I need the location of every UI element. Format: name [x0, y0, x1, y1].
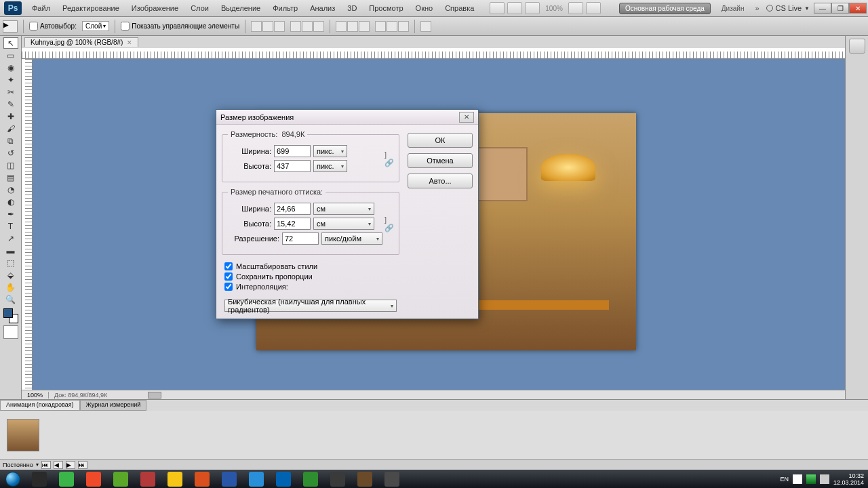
taskbar-app-6[interactable] — [189, 471, 216, 487]
extras-icon[interactable] — [586, 2, 601, 14]
doc-height-unit[interactable]: см — [313, 218, 374, 230]
ruler-horizontal[interactable] — [22, 48, 845, 59]
marquee-tool-icon[interactable]: ▭ — [3, 49, 18, 61]
tray-network-icon[interactable] — [806, 474, 816, 484]
tray-flag-icon[interactable] — [793, 474, 802, 484]
panel-icon[interactable] — [849, 39, 865, 54]
taskbar-app-3[interactable] — [107, 471, 134, 487]
tab-animation[interactable]: Анимация (покадровая) — [0, 400, 80, 411]
dist-left-icon[interactable] — [375, 21, 386, 32]
current-tool-icon[interactable]: ▶ — [3, 20, 18, 33]
move-tool-icon[interactable]: ↖ — [3, 37, 18, 49]
auto-select-check[interactable]: Автовыбор: — [29, 22, 77, 30]
play-icon[interactable]: ▶ — [66, 461, 75, 469]
loop-mode[interactable]: Постоянно — [3, 462, 33, 468]
auto-select-target[interactable]: Слой▾ — [82, 21, 109, 31]
gradient-tool-icon[interactable]: ▤ — [3, 171, 18, 183]
show-transform-check[interactable]: Показать управляющие элементы — [121, 22, 239, 30]
document-tab[interactable]: Kuhnya.jpg @ 100% (RGB/8#) ✕ — [24, 37, 138, 47]
first-frame-icon[interactable]: ⏮ — [41, 461, 51, 469]
prev-frame-icon[interactable]: ◀ — [54, 461, 63, 469]
menu-Слои[interactable]: Слои — [184, 0, 215, 16]
heal-tool-icon[interactable]: ✚ — [3, 110, 18, 122]
align-top-icon[interactable] — [251, 21, 262, 32]
menu-Изображение[interactable]: Изображение — [125, 0, 184, 16]
cancel-button[interactable]: Отмена — [408, 153, 473, 168]
next-frame-icon[interactable]: ⏭ — [78, 461, 87, 469]
close-button[interactable]: ✕ — [849, 3, 867, 14]
menu-3D[interactable]: 3D — [341, 0, 363, 16]
tab-measurement-log[interactable]: Журнал измерений — [80, 400, 147, 411]
dist-bottom-icon[interactable] — [359, 21, 370, 32]
lang-indicator[interactable]: EN — [780, 476, 789, 483]
cslive-button[interactable]: CS Live ▼ — [766, 4, 810, 12]
dialog-titlebar[interactable]: Размер изображения ✕ — [216, 110, 478, 125]
align-right-icon[interactable] — [313, 21, 324, 32]
type-tool-icon[interactable]: T — [3, 220, 18, 232]
taskbar-app-1[interactable] — [53, 471, 80, 487]
dist-right-icon[interactable] — [398, 21, 409, 32]
dist-top-icon[interactable] — [336, 21, 347, 32]
tray-volume-icon[interactable] — [820, 474, 829, 484]
menu-Редактирование[interactable]: Редактирование — [56, 0, 125, 16]
taskbar-app-11[interactable] — [324, 471, 351, 487]
constrain-check[interactable] — [224, 272, 233, 281]
taskbar-app-0[interactable] — [26, 471, 53, 487]
pixel-height-unit[interactable]: пикс. — [313, 160, 347, 172]
pixel-width-input[interactable] — [274, 145, 311, 157]
taskbar-app-13[interactable] — [378, 471, 406, 487]
screen-mode-icon[interactable] — [525, 2, 540, 14]
minimize-button[interactable]: — — [814, 3, 831, 14]
hand-tool-icon[interactable]: ✋ — [3, 281, 18, 293]
menu-Анализ[interactable]: Анализ — [304, 0, 341, 16]
ruler-vertical[interactable] — [22, 59, 33, 390]
stamp-tool-icon[interactable]: ⧉ — [3, 135, 18, 146]
scale-styles-check[interactable] — [224, 262, 233, 270]
3d-cam-icon[interactable]: ⬙ — [3, 269, 18, 281]
doc-width-input[interactable] — [274, 203, 311, 215]
menu-Фильтр[interactable]: Фильтр — [267, 0, 304, 16]
workspace-more-icon[interactable]: » — [752, 4, 762, 12]
menu-Файл[interactable]: Файл — [26, 0, 56, 16]
maximize-button[interactable]: ❐ — [831, 3, 849, 14]
h-scrollbar[interactable] — [113, 392, 845, 399]
pen-tool-icon[interactable]: ✒ — [3, 208, 18, 220]
shape-tool-icon[interactable]: ▬ — [3, 245, 18, 256]
taskbar-app-4[interactable] — [134, 471, 161, 487]
zoom-display[interactable]: 100% — [541, 5, 567, 12]
launch-bridge-icon[interactable] — [490, 2, 505, 14]
arrange-docs-icon[interactable] — [568, 2, 583, 14]
zoom-field[interactable]: 100% — [22, 392, 49, 399]
eraser-tool-icon[interactable]: ◫ — [3, 159, 18, 171]
brush-tool-icon[interactable]: 🖌 — [3, 123, 18, 134]
taskbar-app-9[interactable] — [270, 471, 297, 487]
dist-vcenter-icon[interactable] — [347, 21, 358, 32]
lasso-tool-icon[interactable]: ◉ — [3, 62, 18, 73]
pixel-width-unit[interactable]: пикс. — [313, 145, 347, 157]
quickmask-icon[interactable] — [3, 325, 18, 339]
launch-minibridge-icon[interactable] — [507, 2, 522, 14]
taskbar-app-5[interactable] — [161, 471, 189, 487]
doc-size-display[interactable]: Док: 894,9К/894,9К — [49, 392, 113, 399]
doc-height-input[interactable] — [274, 218, 311, 230]
pixel-height-input[interactable] — [274, 160, 311, 172]
menu-Выделение[interactable]: Выделение — [215, 0, 267, 16]
tab-close-icon[interactable]: ✕ — [127, 39, 132, 46]
taskbar-app-12[interactable] — [351, 471, 378, 487]
taskbar-app-2[interactable] — [80, 471, 107, 487]
interpolation-select[interactable]: Бикубическая (наилучшая для плавных град… — [224, 300, 397, 312]
history-brush-icon[interactable]: ↺ — [3, 147, 18, 159]
start-button[interactable] — [0, 470, 26, 488]
blur-tool-icon[interactable]: ◔ — [3, 184, 18, 195]
dist-hcenter-icon[interactable] — [387, 21, 397, 32]
color-swatches[interactable] — [3, 308, 18, 323]
crop-tool-icon[interactable]: ✂ — [3, 86, 18, 98]
taskbar-app-7[interactable] — [216, 471, 243, 487]
resolution-input[interactable] — [282, 232, 319, 245]
align-bottom-icon[interactable] — [274, 21, 285, 32]
auto-button[interactable]: Авто... — [408, 174, 473, 188]
path-tool-icon[interactable]: ↗ — [3, 232, 18, 244]
menu-Окно[interactable]: Окно — [410, 0, 439, 16]
align-left-icon[interactable] — [290, 21, 301, 32]
3d-tool-icon[interactable]: ⬚ — [3, 257, 18, 268]
